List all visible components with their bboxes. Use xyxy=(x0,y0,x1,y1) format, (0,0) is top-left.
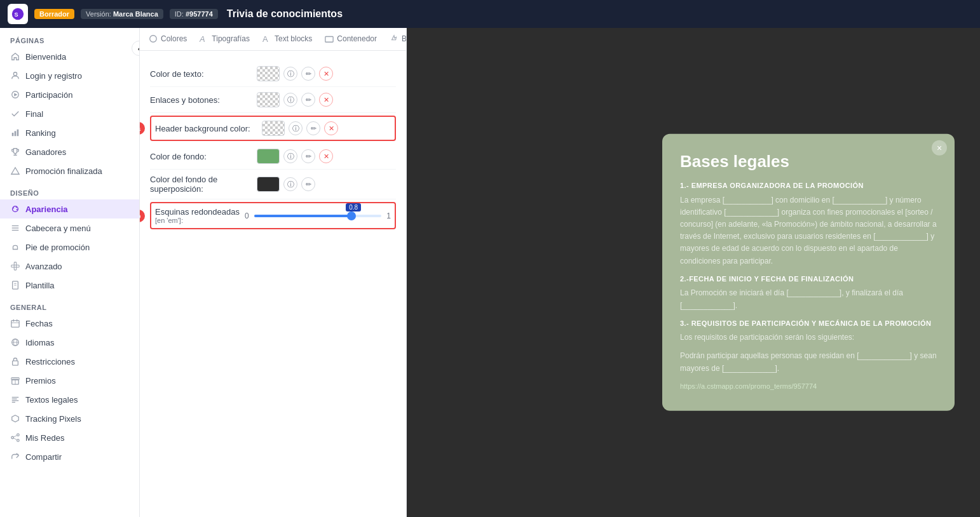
info-button-header[interactable]: ⓘ xyxy=(289,121,303,135)
field-color-fondo: Color de fondo: ⓘ ✏ ✕ xyxy=(150,144,396,170)
modal-title: Bases legales xyxy=(680,152,937,171)
modal-section-body-4: Podrán participar aquellas personas que … xyxy=(680,350,937,374)
clear-button-fondo[interactable]: ✕ xyxy=(319,149,333,163)
sidebar-item-premios[interactable]: Premios xyxy=(0,371,139,390)
sidebar-item-fechas[interactable]: Fechas xyxy=(0,314,139,333)
tab-textblocks[interactable]: A Text blocks xyxy=(256,28,318,51)
sidebar-item-label: Textos legales xyxy=(25,395,78,405)
sidebar-item-pie[interactable]: Pie de promoción xyxy=(0,238,139,257)
color-swatch-header-bg[interactable] xyxy=(262,121,285,136)
field-label: Header background color: xyxy=(155,124,257,133)
svg-marker-36 xyxy=(12,415,19,422)
svg-point-10 xyxy=(13,207,15,208)
home-icon xyxy=(10,51,20,62)
tab-botones[interactable]: Botones xyxy=(383,28,406,51)
sidebar-item-restricciones[interactable]: Restricciones xyxy=(0,352,139,371)
color-swatch-fondo[interactable] xyxy=(257,149,280,164)
sidebar-item-idiomas[interactable]: Idiomas xyxy=(0,333,139,352)
tab-contenedor[interactable]: Contenedor xyxy=(318,28,383,51)
svg-point-9 xyxy=(13,206,18,212)
modal-close-button[interactable]: × xyxy=(932,140,947,156)
sidebar-item-avanzado[interactable]: Avanzado xyxy=(0,257,139,276)
sidebar-item-promo-finalizada[interactable]: Promoción finalizada xyxy=(0,161,139,180)
color-swatch-enlaces[interactable] xyxy=(257,92,280,107)
modal-section-heading-3: 3.- REQUISITOS DE PARTICIPACIÓN Y MECÁNI… xyxy=(680,318,937,329)
sidebar-item-participacion[interactable]: Participación xyxy=(0,85,139,104)
play-icon xyxy=(10,90,20,100)
field-label: Color del fondo de superposición: xyxy=(150,175,252,194)
sidebar-item-final[interactable]: Final xyxy=(0,104,139,123)
tab-tipografias[interactable]: A Tipografías xyxy=(193,28,256,51)
tab-colores[interactable]: Colores xyxy=(142,28,193,51)
bar-chart-icon xyxy=(10,128,20,138)
sidebar-item-compartir[interactable]: Compartir xyxy=(0,447,139,466)
sidebar-section-general: General xyxy=(0,295,139,314)
field-esquinas: Esquinas redondeadas [en 'em']: 0 0.8 xyxy=(150,202,396,229)
slider-container: 0 0.8 1 xyxy=(245,211,391,220)
field-label: Color de fondo: xyxy=(150,152,252,161)
color-swatch-super[interactable] xyxy=(257,177,280,192)
sidebar-item-label: Promoción finalizada xyxy=(25,166,102,176)
edit-button-texto[interactable]: ✏ xyxy=(301,67,315,81)
clear-button-enlaces[interactable]: ✕ xyxy=(319,93,333,107)
svg-rect-45 xyxy=(325,37,333,43)
settings-panel: Colores A Tipografías A Text blocks Cont… xyxy=(140,28,407,517)
info-button-enlaces[interactable]: ⓘ xyxy=(283,93,297,107)
svg-point-38 xyxy=(17,434,20,436)
sidebar-item-label: Ranking xyxy=(25,128,56,138)
svg-point-39 xyxy=(17,440,20,442)
sidebar-item-mis-redes[interactable]: Mis Redes xyxy=(0,428,139,447)
svg-rect-28 xyxy=(13,361,18,365)
sidebar-item-bienvenida[interactable]: Bienvenida xyxy=(0,47,139,66)
info-button-super[interactable]: ⓘ xyxy=(283,177,297,191)
sidebar-item-cabecera[interactable]: Cabecera y menú xyxy=(0,218,139,238)
sidebar-item-label: Avanzado xyxy=(25,262,62,271)
sidebar-item-label: Participación xyxy=(25,90,72,100)
annotation-b: b xyxy=(140,210,145,222)
edit-button-enlaces[interactable]: ✏ xyxy=(301,93,315,107)
sidebar-item-ganadores[interactable]: Ganadores xyxy=(0,142,139,161)
field-controls: ⓘ ✏ xyxy=(257,177,396,192)
text-icon xyxy=(10,394,20,405)
svg-text:S: S xyxy=(15,11,18,18)
svg-rect-5 xyxy=(12,133,14,136)
modal-section-body-1: La empresa [___________] con domicilio e… xyxy=(680,194,937,267)
sidebar-item-tracking-pixels[interactable]: Tracking Pixels xyxy=(0,409,139,428)
clear-button-header[interactable]: ✕ xyxy=(324,121,338,135)
svg-point-12 xyxy=(17,209,18,210)
sidebar-item-apariencia[interactable]: Apariencia xyxy=(0,199,139,218)
sidebar-item-label: Mis Redes xyxy=(25,433,64,443)
svg-marker-4 xyxy=(14,93,17,96)
svg-line-40 xyxy=(13,436,17,438)
field-color-superposicion: Color del fondo de superposición: ⓘ ✏ xyxy=(150,170,396,199)
annotation-a: a xyxy=(140,122,145,135)
contenedor-icon xyxy=(325,34,334,43)
info-button-fondo[interactable]: ⓘ xyxy=(283,149,297,163)
sidebar: ‹ Páginas Bienvenida Login y registro Pa… xyxy=(0,28,140,517)
info-button-texto[interactable]: ⓘ xyxy=(283,67,297,81)
field-controls: ⓘ ✏ ✕ xyxy=(262,121,391,136)
field-controls: ⓘ ✏ ✕ xyxy=(257,149,396,164)
top-bar: S Borrador Versión: Marca Blanca ID: #95… xyxy=(0,0,980,28)
modal-body: 1.- EMPRESA ORGANIZADORA DE LA PROMOCIÓN… xyxy=(680,180,937,392)
color-swatch-texto[interactable] xyxy=(257,66,280,81)
sidebar-item-textos-legales[interactable]: Textos legales xyxy=(0,390,139,409)
slider-thumb[interactable] xyxy=(347,211,356,220)
clear-button-texto[interactable]: ✕ xyxy=(319,67,333,81)
svg-point-11 xyxy=(16,207,17,208)
field-header-bg: Header background color: ⓘ ✏ ✕ xyxy=(150,116,396,141)
modal-link: https://a.cstmapp.com/promo_terms/957774 xyxy=(680,381,937,393)
svg-text:A: A xyxy=(262,34,268,43)
sidebar-item-ranking[interactable]: Ranking xyxy=(0,123,139,142)
sidebar-item-label: Plantilla xyxy=(25,281,55,290)
gift-icon xyxy=(10,375,20,386)
sidebar-item-plantilla[interactable]: Plantilla xyxy=(0,276,139,295)
sidebar-item-label: Login y registro xyxy=(25,71,82,81)
sidebar-item-label: Premios xyxy=(25,376,56,386)
field-label: Enlaces y botones: xyxy=(150,95,252,105)
svg-point-2 xyxy=(13,72,17,76)
edit-button-super[interactable]: ✏ xyxy=(301,177,315,191)
edit-button-header[interactable]: ✏ xyxy=(306,121,320,135)
edit-button-fondo[interactable]: ✏ xyxy=(301,149,315,163)
sidebar-item-login[interactable]: Login y registro xyxy=(0,66,139,85)
